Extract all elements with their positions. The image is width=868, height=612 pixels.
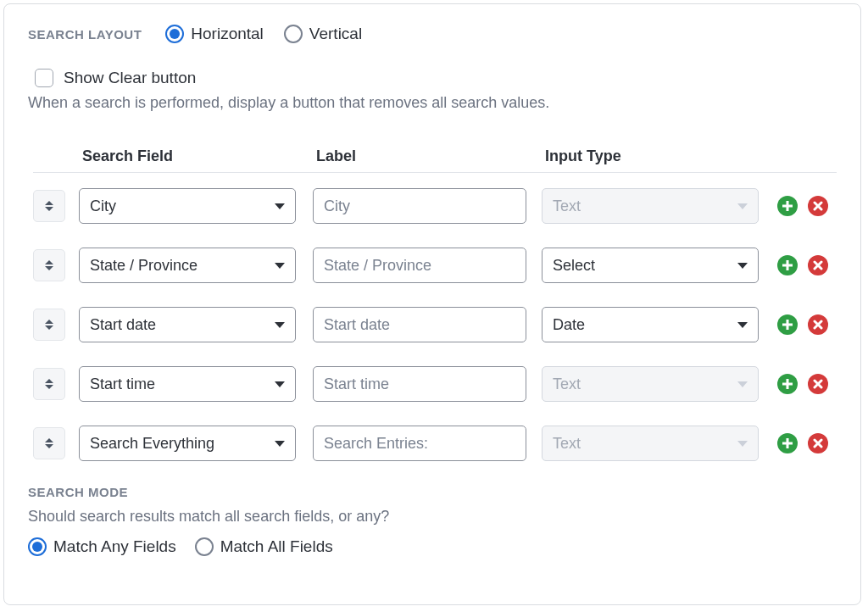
label-input[interactable]: [313, 188, 526, 224]
show-clear-label: Show Clear button: [64, 69, 196, 87]
add-row-icon[interactable]: [777, 196, 798, 216]
svg-rect-13: [782, 383, 793, 386]
mode-radio-group: Match Any Fields Match All Fields: [28, 537, 837, 556]
chevron-down-icon: [275, 381, 285, 387]
select-value: Start time: [90, 376, 155, 393]
remove-row-icon[interactable]: [808, 255, 828, 275]
search-layout-label: SEARCH LAYOUT: [28, 27, 142, 42]
row-actions: [760, 433, 845, 453]
layout-horizontal-label: Horizontal: [191, 25, 264, 43]
label-input[interactable]: [313, 248, 526, 283]
drag-handle-icon[interactable]: [33, 309, 65, 341]
label-input[interactable]: [313, 366, 526, 402]
search-field-select[interactable]: City: [79, 188, 296, 224]
row-actions: [760, 314, 845, 335]
fields-table: Search Field Label Input Type CityTextSt…: [33, 147, 837, 461]
table-row: State / ProvinceSelect: [33, 248, 837, 283]
table-row: CityText: [33, 188, 837, 224]
layout-radio-vertical[interactable]: Vertical: [284, 25, 362, 43]
col-input-type: Input Type: [540, 147, 760, 165]
table-row: Start timeText: [33, 366, 837, 402]
label-input[interactable]: [313, 307, 526, 342]
mode-all-label: Match All Fields: [220, 537, 333, 556]
select-value: City: [90, 198, 116, 215]
search-config-panel: SEARCH LAYOUT Horizontal Vertical Show C…: [3, 3, 861, 605]
show-clear-checkbox[interactable]: [35, 69, 53, 87]
add-row-icon[interactable]: [777, 374, 798, 394]
select-value: Search Everything: [90, 435, 214, 453]
row-actions: [760, 255, 845, 275]
input-type-select: Text: [542, 188, 759, 224]
show-clear-help: When a search is performed, display a bu…: [28, 94, 837, 112]
drag-handle-icon[interactable]: [33, 368, 65, 400]
radio-checked-icon: [28, 537, 47, 556]
drag-handle-icon[interactable]: [33, 249, 65, 281]
select-value: Text: [553, 435, 581, 453]
label-input[interactable]: [313, 426, 526, 461]
row-actions: [760, 196, 845, 216]
remove-row-icon[interactable]: [808, 433, 828, 453]
mode-radio-all[interactable]: Match All Fields: [195, 537, 333, 556]
input-type-select: Text: [542, 366, 759, 402]
input-type-select[interactable]: Date: [542, 307, 759, 342]
layout-radio-group: Horizontal Vertical: [165, 25, 362, 43]
table-row: Search EverythingText: [33, 426, 837, 461]
add-row-icon[interactable]: [777, 255, 798, 275]
chevron-down-icon: [737, 381, 748, 387]
svg-rect-17: [782, 442, 793, 445]
input-type-select: Text: [542, 426, 759, 461]
mode-any-label: Match Any Fields: [53, 537, 176, 556]
chevron-down-icon: [275, 203, 285, 209]
select-value: Start date: [90, 316, 156, 334]
chevron-down-icon: [737, 203, 748, 209]
radio-checked-icon: [165, 25, 184, 43]
radio-unchecked-icon: [195, 537, 214, 556]
input-type-select[interactable]: Select: [542, 248, 759, 283]
table-header: Search Field Label Input Type: [33, 147, 837, 173]
chevron-down-icon: [737, 263, 748, 269]
search-field-select[interactable]: Search Everything: [79, 426, 296, 461]
radio-unchecked-icon: [284, 25, 303, 43]
remove-row-icon[interactable]: [808, 196, 828, 216]
chevron-down-icon: [275, 441, 285, 447]
remove-row-icon[interactable]: [808, 374, 828, 394]
chevron-down-icon: [737, 441, 748, 447]
select-value: Select: [553, 257, 595, 275]
chevron-down-icon: [275, 263, 285, 269]
add-row-icon[interactable]: [777, 314, 798, 335]
table-row: Start dateDate: [33, 307, 837, 342]
chevron-down-icon: [737, 322, 748, 328]
search-mode-label: SEARCH MODE: [28, 485, 837, 499]
row-actions: [760, 374, 845, 394]
svg-rect-1: [782, 205, 793, 208]
add-row-icon[interactable]: [777, 433, 798, 453]
mode-radio-any[interactable]: Match Any Fields: [28, 537, 176, 556]
select-value: Text: [553, 376, 581, 393]
select-value: State / Province: [90, 257, 198, 275]
drag-handle-icon[interactable]: [33, 427, 65, 459]
select-value: Date: [553, 316, 585, 334]
search-mode-help: Should search results match all search f…: [28, 508, 837, 526]
svg-rect-9: [782, 324, 793, 326]
select-value: Text: [553, 198, 581, 215]
search-field-select[interactable]: Start time: [79, 366, 296, 402]
layout-radio-horizontal[interactable]: Horizontal: [165, 25, 264, 43]
remove-row-icon[interactable]: [808, 314, 828, 335]
layout-vertical-label: Vertical: [309, 25, 362, 43]
search-field-select[interactable]: Start date: [79, 307, 296, 342]
svg-rect-5: [782, 264, 793, 267]
col-search-field: Search Field: [77, 147, 311, 165]
show-clear-button-row: Show Clear button: [35, 69, 837, 87]
col-label: Label: [311, 147, 540, 165]
search-layout-section: SEARCH LAYOUT Horizontal Vertical: [28, 25, 837, 43]
chevron-down-icon: [275, 322, 285, 328]
search-mode-section: SEARCH MODE Should search results match …: [28, 485, 837, 556]
search-field-select[interactable]: State / Province: [79, 248, 296, 283]
drag-handle-icon[interactable]: [33, 190, 65, 222]
